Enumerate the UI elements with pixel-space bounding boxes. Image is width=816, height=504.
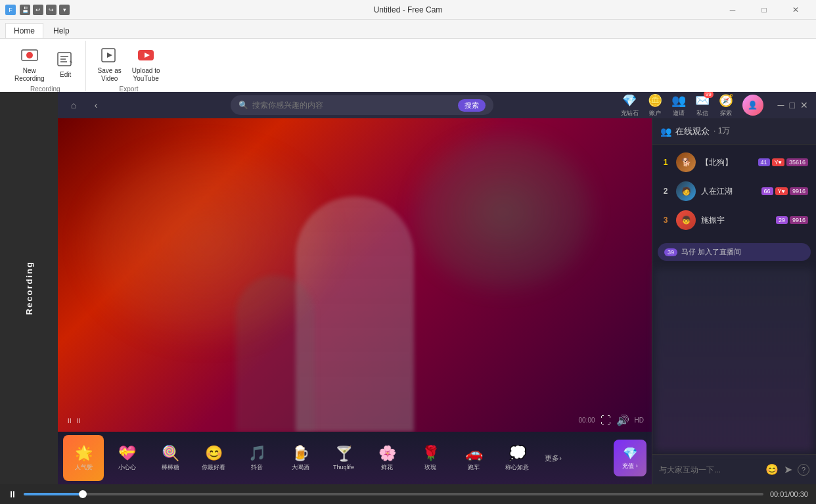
gift-item-music[interactable]: 🎵 抖音 [237,435,277,481]
edit-icon [55,49,76,70]
browser-close-icon[interactable]: ✕ [800,100,808,110]
gift-icon-wish: 💭 [509,445,526,462]
back-nav-icon[interactable]: ‹ [88,97,104,113]
edit-button[interactable]: Edit [51,43,80,84]
search-button[interactable]: 搜索 [458,99,486,112]
more-gifts-button[interactable]: 更多› [540,435,566,481]
gift-item-lollipop[interactable]: 🍭 棒棒糖 [150,435,191,481]
window-controls: ─ □ ✕ [717,0,811,20]
tab-help[interactable]: Help [45,23,78,38]
badge-level: 66 [761,187,773,195]
browser-window: ⌂ ‹ 🔍 搜索 💎 充钻石 🪙 账户 👥 邀请 [58,92,816,484]
gift-item-car[interactable]: 🚗 跑车 [453,435,494,481]
recording-label: Recording [24,261,34,315]
audience-badges: 29 9916 [776,216,808,224]
home-nav-icon[interactable]: ⌂ [66,97,81,113]
play-pause-button[interactable]: ⏸ [8,489,17,499]
search-glass-icon: 🔍 [238,101,248,110]
browser-minimize-icon[interactable]: ─ [778,100,784,110]
messages-icon[interactable]: ✉️ 99 私信 [695,93,710,118]
gift-label-car: 跑车 [468,463,480,472]
gift-item-heart[interactable]: 💝 小心心 [106,435,147,481]
emoji-icon[interactable]: 😊 [765,463,779,476]
audience-item: 3 👦 施振宇 29 9916 [658,208,811,233]
explore-icon[interactable]: 🧭 探索 [719,93,733,118]
badge-heart: Y♥ [772,158,784,166]
audience-avatar[interactable]: 🐕 [676,152,696,172]
badge-heart: Y♥ [775,187,788,195]
tab-home[interactable]: Home [5,23,43,38]
gift-item-cocktail[interactable]: 🍸 Thuqlife [323,435,364,481]
qa-save-icon[interactable]: 💾 [20,5,30,15]
export-group: Save asVideo Upload toYouTube Export [89,41,170,91]
recording-buttons: NewRecording Edit [11,43,80,84]
fullscreen-icon[interactable]: ⛶ [601,415,611,426]
gift-bar: 🌟 人气赞 💝 小心心 🍭 棒棒糖 😊 你最好看 [58,432,652,484]
blurred-content-area [655,269,813,451]
gift-item-wish[interactable]: 💭 称心如意 [497,435,537,481]
scrubber-fill [24,493,83,495]
gift-label-heart: 小心心 [118,463,136,472]
gift-item-rose[interactable]: 🌹 玫瑰 [410,435,451,481]
rank-number: 2 [660,187,671,196]
main-area: Recording ⌂ ‹ 🔍 搜索 💎 充钻石 🪙 账户 [0,92,816,484]
help-icon[interactable]: ? [798,464,809,476]
recording-group: NewRecording Edit Recording [5,41,86,91]
close-button[interactable]: ✕ [781,0,811,20]
scrubber-thumb[interactable] [79,490,87,498]
gift-icon-beer: 🍺 [292,445,309,462]
search-input[interactable] [252,101,454,110]
gift-icon-rose: 🌹 [422,445,440,462]
new-recording-icon [19,45,40,66]
audience-name: 【北狗】 [701,157,753,168]
qa-dropdown-icon[interactable]: ▾ [59,5,70,15]
recording-group-label: Recording [30,85,60,93]
audience-item: 1 🐕 【北狗】 41 Y♥ 35616 [658,150,811,175]
new-recording-button[interactable]: NewRecording [11,43,49,84]
video-area: ⏸ ⏸ 00:00 ⛶ 🔊 HD 🌟 人气赞 💝 [58,118,652,484]
window-title: Untitled - Free Cam [374,5,443,14]
minimize-button[interactable]: ─ [717,0,748,20]
recharge-button[interactable]: 💎 充值 › [614,440,646,476]
qa-redo-icon[interactable]: ↪ [46,5,57,15]
charge-icon[interactable]: 💎 充钻石 [621,93,639,118]
scrubber-bar: ⏸ 00:01/00:30 [0,484,816,504]
chat-input[interactable] [659,465,760,474]
user-avatar[interactable]: 👤 [742,95,763,116]
audience-badges: 66 Y♥ 9916 [761,187,808,195]
chat-bar: 😊 ➤ ? [652,454,816,484]
gift-item-flower[interactable]: 🌸 鲜花 [367,435,407,481]
badge-score: 9916 [790,187,808,195]
rank-number: 1 [660,158,671,167]
title-bar: F 💾 ↩ ↪ ▾ Untitled - Free Cam ─ □ ✕ [0,0,816,20]
browser-maximize-icon[interactable]: □ [790,100,795,110]
invite-icon[interactable]: 👥 邀请 [671,93,686,118]
audience-avatar[interactable]: 🧑 [676,181,696,201]
gift-label-rose: 玫瑰 [424,463,436,472]
invite-label: 邀请 [673,109,685,118]
join-text: 马仔 加入了直播间 [681,247,741,257]
gift-item-beer[interactable]: 🍺 大喝酒 [280,435,321,481]
gift-label-music: 抖音 [251,463,263,472]
save-as-video-button[interactable]: Save asVideo [94,43,125,84]
app-icon: F [5,5,16,15]
wallet-icon[interactable]: 🪙 账户 [648,93,662,118]
maximize-button[interactable]: □ [749,0,779,20]
gift-item-smile[interactable]: 😊 你最好看 [193,435,234,481]
gift-icon-cocktail: 🍸 [335,446,353,463]
gift-label-flower: 鲜花 [381,463,393,472]
rank-number: 3 [660,216,671,225]
gift-label-wish: 称心如意 [505,463,529,472]
qa-undo-icon[interactable]: ↩ [33,5,43,15]
scrubber-track[interactable] [24,493,763,495]
audience-icon: 👥 [660,126,671,137]
browser-window-controls: ─ □ ✕ [778,100,808,110]
gift-item-popular[interactable]: 🌟 人气赞 [63,435,104,481]
audience-avatar[interactable]: 👦 [676,210,696,230]
volume-icon[interactable]: 🔊 [616,414,629,426]
upload-youtube-button[interactable]: Upload toYouTube [128,43,164,84]
audience-header: 👥 在线观众 · 1万 [652,118,816,145]
send-icon[interactable]: ➤ [784,463,792,476]
audience-count: · 1万 [714,126,730,137]
explore-label: 探索 [720,109,732,118]
